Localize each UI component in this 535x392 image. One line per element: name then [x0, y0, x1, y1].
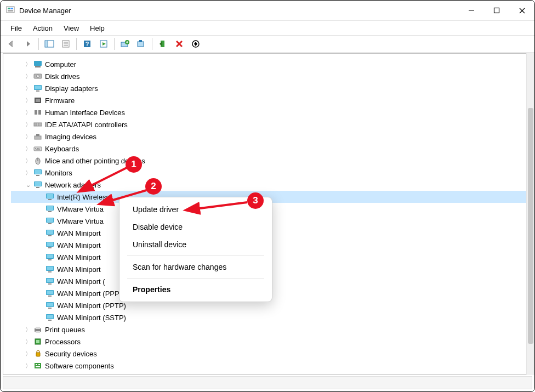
- tree-item[interactable]: 〉Security devices: [11, 348, 532, 360]
- firmware-icon: [33, 96, 43, 105]
- back-button[interactable]: [4, 37, 19, 51]
- svg-rect-22: [139, 40, 142, 42]
- svg-rect-51: [36, 150, 40, 151]
- update-driver-button[interactable]: [117, 37, 133, 51]
- show-hide-console-button[interactable]: [42, 37, 57, 51]
- action-button[interactable]: [96, 37, 111, 51]
- expand-icon[interactable]: 〉: [24, 157, 32, 164]
- svg-rect-79: [47, 266, 53, 270]
- security-icon: [33, 349, 43, 358]
- tree-item[interactable]: 〉Computer: [11, 58, 532, 70]
- forward-button[interactable]: [20, 37, 36, 51]
- tree-item[interactable]: 〉Display adapters: [11, 82, 532, 94]
- ctx-disable-device[interactable]: Disable device: [119, 218, 272, 236]
- toolbar-separator: [152, 38, 152, 50]
- tree-item[interactable]: 〉Print queues: [11, 323, 532, 336]
- svg-rect-70: [47, 230, 53, 234]
- svg-rect-86: [48, 296, 52, 297]
- adapter-icon: [45, 204, 55, 213]
- svg-rect-68: [48, 223, 52, 224]
- tree-item-label: WAN Miniport: [57, 241, 101, 249]
- svg-rect-56: [36, 175, 39, 176]
- expand-icon[interactable]: 〉: [24, 109, 32, 116]
- expand-icon[interactable]: 〉: [24, 350, 32, 357]
- ctx-uninstall-device[interactable]: Uninstall device: [119, 236, 272, 253]
- menu-view[interactable]: View: [59, 22, 83, 35]
- adapter-icon: [45, 265, 55, 274]
- toolbar-separator: [114, 38, 115, 50]
- svg-rect-61: [47, 194, 53, 198]
- ctx-scan-hardware[interactable]: Scan for hardware changes: [119, 258, 272, 276]
- cpu-icon: [33, 337, 43, 346]
- vertical-scrollbar[interactable]: [526, 53, 534, 375]
- svg-rect-95: [36, 331, 40, 333]
- expand-icon[interactable]: 〉: [24, 96, 32, 104]
- scrollbar-thumb[interactable]: [528, 108, 533, 344]
- menu-help[interactable]: Help: [86, 22, 109, 35]
- svg-rect-35: [36, 90, 39, 92]
- expand-icon[interactable]: 〉: [24, 133, 32, 140]
- enable-device-button[interactable]: [155, 37, 170, 51]
- close-button[interactable]: [509, 1, 534, 20]
- tree-item[interactable]: 〉Processors: [11, 336, 532, 348]
- expand-icon[interactable]: 〉: [24, 362, 32, 370]
- svg-rect-71: [48, 235, 52, 236]
- uninstall-device-button[interactable]: [172, 37, 187, 51]
- tree-item[interactable]: 〉Disk drives: [11, 70, 532, 82]
- tree-item[interactable]: 〉Software components: [11, 360, 532, 372]
- svg-rect-30: [35, 66, 41, 67]
- hid-icon: [33, 108, 43, 117]
- expand-icon[interactable]: 〉: [24, 338, 32, 345]
- tree-item-label: Software components: [45, 362, 114, 370]
- expand-icon[interactable]: 〉: [24, 60, 32, 68]
- minimize-button[interactable]: [459, 1, 484, 20]
- tree-item-label: WAN Miniport: [57, 253, 101, 262]
- adapter-icon: [45, 313, 55, 322]
- device-manager-window: Device Manager File Action View Help ?: [0, 0, 535, 392]
- tree-item-label: Computer: [45, 60, 76, 69]
- svg-rect-65: [48, 211, 52, 212]
- tree-item[interactable]: 〉Monitors: [11, 167, 532, 179]
- tree-item[interactable]: 〉Imaging devices: [11, 130, 532, 143]
- tree-item[interactable]: 〉Keyboards: [11, 143, 532, 155]
- tree-item-adapter[interactable]: WAN Miniport (PPTP): [11, 299, 532, 311]
- help-button[interactable]: ?: [79, 37, 95, 51]
- svg-marker-18: [103, 42, 106, 46]
- expand-icon[interactable]: 〉: [24, 145, 32, 152]
- expand-icon[interactable]: 〉: [24, 169, 32, 177]
- svg-rect-50: [38, 148, 39, 149]
- titlebar: Device Manager: [1, 1, 534, 20]
- adapter-icon: [45, 289, 55, 298]
- tree-item-label: WAN Miniport (: [57, 277, 105, 286]
- menu-file[interactable]: File: [6, 22, 26, 35]
- ctx-properties[interactable]: Properties: [119, 281, 272, 298]
- disable-device-button[interactable]: [188, 37, 203, 51]
- expand-icon[interactable]: 〉: [24, 326, 32, 333]
- tree-item[interactable]: 〉IDE ATA/ATAPI controllers: [11, 118, 532, 130]
- tree-item-label: Imaging devices: [45, 133, 96, 141]
- svg-rect-34: [35, 86, 41, 89]
- tree-item[interactable]: 〉Human Interface Devices: [11, 106, 532, 118]
- maximize-button[interactable]: [484, 1, 509, 20]
- collapse-icon[interactable]: ⌄: [24, 181, 32, 189]
- svg-rect-97: [36, 340, 39, 343]
- tree-item[interactable]: 〉Mice and other pointing devices: [11, 155, 532, 167]
- network-icon: [33, 180, 43, 189]
- svg-rect-74: [48, 247, 52, 248]
- keyboard-icon: [33, 144, 43, 153]
- menu-action[interactable]: Action: [29, 22, 57, 35]
- tree-item-adapter[interactable]: WAN Miniport (SSTP): [11, 311, 532, 323]
- adapter-icon: [45, 217, 55, 225]
- window-controls: [459, 1, 534, 20]
- expand-icon[interactable]: 〉: [24, 72, 32, 80]
- expand-icon[interactable]: 〉: [24, 84, 32, 92]
- annotation-badge-1: 1: [126, 156, 142, 173]
- tree-item-label: Firmware: [45, 96, 75, 105]
- ctx-separator: [127, 278, 264, 279]
- tree-item-network-adapters[interactable]: ⌄Network adapters: [11, 179, 532, 191]
- properties-sheet-button[interactable]: [58, 37, 73, 51]
- svg-rect-59: [36, 187, 39, 188]
- tree-item[interactable]: 〉Firmware: [11, 94, 532, 106]
- scan-hardware-button[interactable]: [134, 37, 149, 51]
- expand-icon[interactable]: 〉: [24, 121, 32, 128]
